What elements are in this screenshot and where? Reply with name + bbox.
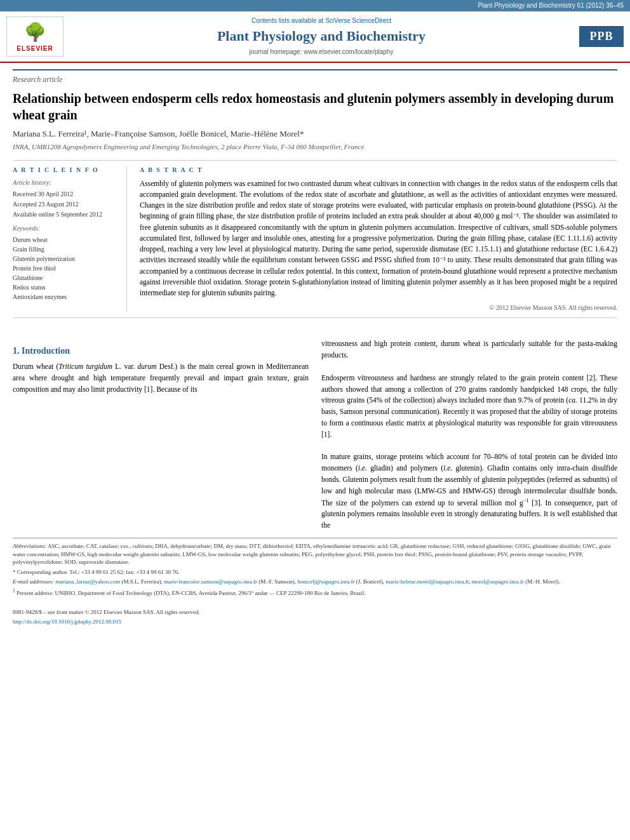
body-right-text: vitreousness and high protein content, d… <box>321 338 617 531</box>
keyword-1: Durum wheat <box>13 236 120 244</box>
journal-citation: Plant Physiology and Biochemistry 61 (20… <box>478 2 624 9</box>
article-authors: Mariana S.L. Ferreira¹, Marie–Françoise … <box>13 128 617 140</box>
keyword-3: Glutenin polymerization <box>13 255 120 263</box>
sciverse-link-text[interactable]: SciVerse ScienceDirect <box>325 17 391 24</box>
keyword-4: Protein free thiol <box>13 264 120 273</box>
journal-citation-bar: Plant Physiology and Biochemistry 61 (20… <box>0 0 630 11</box>
present-address-footnote: 1 Present address: UNIRIO, Department of… <box>13 588 617 597</box>
elsevier-tree-icon: 🌳 <box>24 20 46 44</box>
bottom-bar: 0981-9428/$ – see front matter © 2012 El… <box>0 606 630 630</box>
footnotes-section: Abbreviations: ASC, ascorbate; CAT, cata… <box>13 538 617 603</box>
email-1[interactable]: mariana_larraz@yahoo.com <box>55 578 120 585</box>
article-info-abstract: A R T I C L E I N F O Article history: R… <box>13 160 617 319</box>
accepted-date: Accepted 23 August 2012 <box>13 200 120 209</box>
email-2[interactable]: marie-francoise.samson@supagro.inra.fr <box>164 578 257 585</box>
email-3[interactable]: bonicelj@supagro.inra.fr <box>297 578 354 585</box>
received-date: Received 30 April 2012 <box>13 190 120 199</box>
doi-line: http://dx.doi.org/10.1016/j.jplaphy.2012… <box>13 618 617 626</box>
email-footnote: E-mail addresses: mariana_larraz@yahoo.c… <box>13 578 617 586</box>
abbreviations-footnote: Abbreviations: ASC, ascorbate; CAT, cata… <box>13 542 617 566</box>
article-info-heading: A R T I C L E I N F O <box>13 166 120 175</box>
article-type: Research article <box>13 69 617 85</box>
available-date: Available online 5 September 2012 <box>13 210 120 219</box>
email-5[interactable]: morel@supagro.inra.fr <box>472 578 524 585</box>
elsevier-logo: 🌳 ELSEVIER <box>6 17 64 57</box>
keywords-section: Keywords: Durum wheat Grain filling Glut… <box>13 224 120 302</box>
keyword-2: Grain filling <box>13 245 120 254</box>
abstract-panel: A B S T R A C T Assembly of glutenin pol… <box>140 166 617 313</box>
ppb-logo-box: PPB <box>579 26 624 47</box>
body-left-column: 1. Introduction Durum wheat (Triticum tu… <box>13 338 309 531</box>
section1-title: 1. Introduction <box>13 345 309 357</box>
article-affiliation: INRA, UMR1208 Agropolymers Engineering a… <box>13 142 617 152</box>
copyright-line: © 2012 Elsevier Masson SAS. All rights r… <box>140 303 617 312</box>
sciverse-line: Contents lists available at SciVerse Sci… <box>64 17 579 25</box>
journal-homepage: journal homepage: www.elsevier.com/locat… <box>64 48 579 57</box>
article-title: Relationship between endosperm cells red… <box>13 90 617 123</box>
ppb-logo: PPB <box>579 26 624 47</box>
email-4[interactable]: marie-helene.morel@supagro.inra.fr <box>385 578 469 585</box>
keyword-5: Glutathione <box>13 274 120 283</box>
contents-label: Contents lists available at <box>251 17 323 24</box>
keyword-6: Redox status <box>13 283 120 292</box>
journal-title: Plant Physiology and Biochemistry <box>64 27 579 46</box>
article-content: Research article Relationship between en… <box>0 63 630 332</box>
issn-line: 0981-9428/$ – see front matter © 2012 El… <box>13 608 617 617</box>
abstract-heading: A B S T R A C T <box>140 166 617 175</box>
body-content: 1. Introduction Durum wheat (Triticum tu… <box>0 332 630 538</box>
body-left-text: Durum wheat (Triticum turgidum L. var. d… <box>13 361 309 395</box>
elsevier-brand: ELSEVIER <box>17 44 53 53</box>
article-info-panel: A R T I C L E I N F O Article history: R… <box>13 166 127 313</box>
journal-center-info: Contents lists available at SciVerse Sci… <box>64 17 579 57</box>
abstract-text: Assembly of glutenin polymers was examin… <box>140 178 617 299</box>
keyword-7: Antioxidant enzymes <box>13 293 120 302</box>
body-right-column: vitreousness and high protein content, d… <box>321 338 617 531</box>
journal-header: 🌳 ELSEVIER Contents lists available at S… <box>0 11 630 63</box>
corresponding-author-footnote: * Corresponding author. Tel.: +33 4 99 6… <box>13 568 617 577</box>
keywords-heading: Keywords: <box>13 224 120 233</box>
doi-link[interactable]: http://dx.doi.org/10.1016/j.jplaphy.2012… <box>13 618 121 625</box>
history-label: Article history: <box>13 178 120 187</box>
